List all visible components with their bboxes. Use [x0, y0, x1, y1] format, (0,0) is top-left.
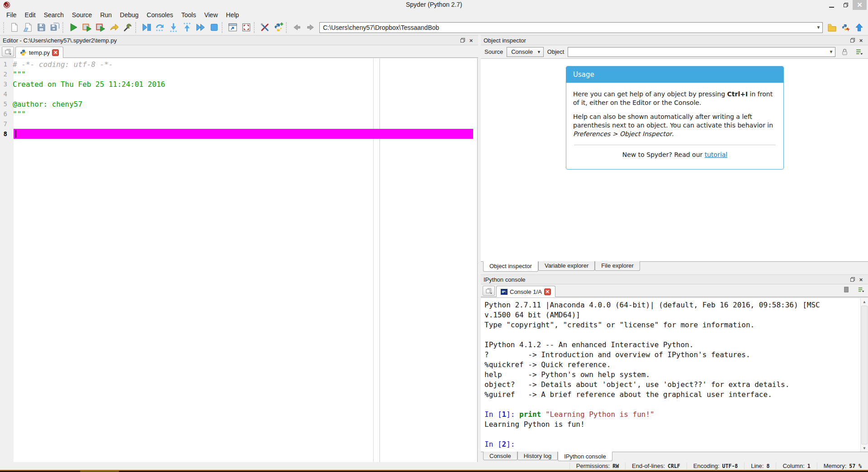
pane-tab-object-inspector[interactable]: Object inspector [483, 261, 538, 272]
menu-edit[interactable]: Edit [21, 10, 40, 19]
text-segment: %guiref -> A brief reference about the g… [484, 390, 772, 399]
object-input[interactable]: ▼ [568, 47, 835, 57]
text-segment: ? -> Introduction and overview of IPytho… [484, 350, 750, 359]
windows-taskbar[interactable] [0, 470, 868, 472]
editor-undock-button[interactable] [458, 37, 467, 44]
menu-file[interactable]: File [2, 10, 21, 19]
object-inspector-undock-button[interactable] [848, 37, 857, 44]
menu-source[interactable]: Source [68, 10, 96, 19]
menu-consoles[interactable]: Consoles [142, 10, 177, 19]
editor-code-area[interactable]: 1# -*- coding: utf-8 -*-2"""3Created on … [0, 58, 478, 462]
object-inspector-bottom-tabs: Object inspectorVariable explorerFile ex… [481, 261, 868, 272]
debug-step-into-button[interactable] [166, 21, 180, 34]
back-button[interactable] [290, 21, 304, 34]
source-select[interactable]: Console ▼ [507, 47, 544, 57]
scrollbar-thumb[interactable] [861, 306, 868, 444]
open-file-button[interactable] [21, 21, 34, 34]
line-number: 4 [0, 90, 11, 98]
text-segment: Created on Thu Feb 25 11:24:01 2016 [13, 80, 165, 89]
console-output-area[interactable]: Python 2.7.11 |Anaconda 4.0.0 (64-bit)| … [481, 297, 868, 452]
console-scrollbar[interactable]: ▲ ▼ [860, 298, 868, 452]
line-number: 5 [0, 100, 11, 108]
ipython-undock-button[interactable] [848, 276, 857, 283]
interrupt-kernel-button[interactable] [841, 284, 852, 295]
scroll-down-icon[interactable]: ▼ [861, 445, 868, 452]
save-all-button[interactable] [48, 21, 62, 34]
working-directory-combobox[interactable]: C:\Users\cheny57\Dropbox\TessaandBob▼ [319, 22, 823, 33]
minimize-button[interactable] [825, 0, 839, 10]
editor-tab-close-icon[interactable]: ✕ [52, 49, 59, 56]
menu-debug[interactable]: Debug [116, 10, 142, 19]
options-menu-button[interactable] [854, 47, 864, 57]
maximize-pane-button[interactable] [226, 21, 239, 34]
ipython-close-button[interactable]: × [857, 276, 865, 283]
menu-tools[interactable]: Tools [177, 10, 200, 19]
lock-button[interactable] [839, 47, 850, 57]
console-options-menu-button[interactable] [855, 284, 866, 295]
chevron-down-icon[interactable]: ▼ [815, 25, 822, 30]
menu-search[interactable]: Search [40, 10, 68, 19]
status-label: Memory: [824, 463, 847, 469]
debug-stop-button[interactable] [207, 21, 221, 34]
browse-working-directory-button[interactable] [825, 21, 839, 34]
menu-run[interactable]: Run [96, 10, 116, 19]
console-browse-tabs-button[interactable] [483, 286, 495, 296]
parent-directory-button[interactable] [852, 21, 866, 34]
console-line-13: Learning Python is fun! [484, 420, 864, 430]
menu-view[interactable]: View [200, 10, 222, 19]
console-line-12: In [1]: print "Learning Python is fun!" [484, 410, 864, 420]
console-tab-close-icon[interactable]: ✕ [544, 288, 551, 295]
text-segment: ]: [506, 440, 515, 448]
python-path-button[interactable] [271, 21, 285, 34]
run-button[interactable] [66, 21, 80, 34]
debug-step-button[interactable] [153, 21, 166, 34]
run-cell-advance-button[interactable] [94, 21, 107, 34]
text-segment: ]: [506, 410, 519, 419]
debug-step-return-button[interactable] [180, 21, 194, 34]
status-label: End-of-lines: [632, 463, 665, 469]
console-line-4 [484, 330, 864, 340]
console-tab-1a[interactable]: IP: Console 1/A ✕ [496, 286, 555, 297]
status-label: Column: [783, 463, 804, 469]
set-console-directory-button[interactable] [839, 21, 852, 34]
options-list-icon [858, 286, 864, 293]
save-button[interactable] [34, 21, 48, 34]
debug-continue-button[interactable] [194, 21, 207, 34]
run-current-button[interactable] [107, 21, 121, 34]
configure-button[interactable] [121, 21, 134, 34]
tools-button[interactable] [258, 21, 271, 34]
toolbar-separator [286, 22, 288, 33]
object-inspector-close-button[interactable]: × [857, 37, 865, 44]
line-number: 8 [0, 130, 11, 137]
restore-button[interactable] [839, 0, 853, 10]
console-pane-tab-console[interactable]: Console [483, 452, 517, 460]
pane-tab-file-explorer[interactable]: File explorer [595, 261, 640, 271]
editor-close-pane-button[interactable]: × [467, 37, 475, 44]
usage-paragraph-1: Here you can get help of any object by p… [573, 90, 777, 107]
browse-tabs-icon [5, 48, 12, 55]
console-pane-tab-history-log[interactable]: History log [517, 452, 558, 460]
run-cell-button[interactable] [80, 21, 94, 34]
tutorial-link[interactable]: tutorial [705, 151, 728, 158]
source-label: Source [484, 48, 503, 55]
options-list-icon [855, 48, 863, 56]
scroll-up-icon[interactable]: ▲ [861, 298, 868, 305]
console-pane-tab-ipython-console[interactable]: IPython console [558, 452, 612, 461]
menu-help[interactable]: Help [222, 10, 243, 19]
debug-button[interactable] [139, 21, 153, 34]
window-controls: ✕ [825, 0, 867, 10]
pane-tab-variable-explorer[interactable]: Variable explorer [538, 261, 595, 271]
editor-tab-temp-py[interactable]: temp.py ✕ [15, 47, 63, 58]
editor-browse-tabs-button[interactable] [2, 47, 14, 57]
line-number: 1 [0, 61, 11, 68]
text-segment: 1 [502, 410, 507, 419]
forward-button[interactable] [304, 21, 317, 34]
close-button[interactable]: ✕ [853, 0, 867, 10]
editor-line-8: 8 [0, 129, 477, 139]
fullscreen-button[interactable] [239, 21, 253, 34]
status-value: RW [612, 463, 619, 469]
object-inspector-pane: Object inspector × Source Console ▼ Obje… [481, 35, 868, 272]
new-file-button[interactable] [7, 21, 21, 34]
text-segment: IPython 4.1.2 -- An enhanced Interactive… [484, 340, 693, 349]
status-permissions: Permissions:RW [569, 463, 625, 469]
